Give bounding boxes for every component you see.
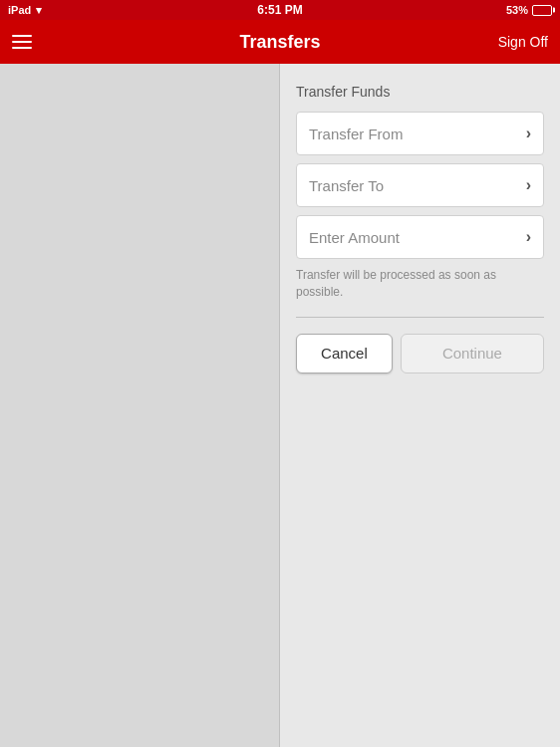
transfer-from-field[interactable]: Transfer From › xyxy=(296,112,544,155)
right-panel: Transfer Funds Transfer From › Transfer … xyxy=(279,64,560,747)
info-text: Transfer will be processed as soon as po… xyxy=(296,267,544,301)
hamburger-line-1 xyxy=(12,35,32,37)
transfer-to-label: Transfer To xyxy=(309,177,384,194)
transfer-to-field[interactable]: Transfer To › xyxy=(296,163,544,207)
main-content: Transfer Funds Transfer From › Transfer … xyxy=(0,64,560,747)
status-left: iPad ▾ xyxy=(8,4,42,17)
cancel-button[interactable]: Cancel xyxy=(296,334,393,374)
status-right: 53% xyxy=(506,4,552,16)
left-panel xyxy=(0,64,279,747)
divider xyxy=(296,317,544,318)
wifi-icon: ▾ xyxy=(36,4,42,17)
battery-icon xyxy=(532,5,552,16)
hamburger-line-2 xyxy=(12,41,32,43)
transfer-to-chevron-icon: › xyxy=(526,176,531,194)
nav-bar: Transfers Sign Off xyxy=(0,20,560,64)
status-bar: iPad ▾ 6:51 PM 53% xyxy=(0,0,560,20)
device-label: iPad xyxy=(8,4,31,16)
sign-off-button[interactable]: Sign Off xyxy=(498,34,548,50)
hamburger-line-3 xyxy=(12,47,32,49)
transfer-from-chevron-icon: › xyxy=(526,124,531,142)
status-time: 6:51 PM xyxy=(257,3,302,17)
battery-percent: 53% xyxy=(506,4,528,16)
nav-title: Transfers xyxy=(239,32,320,53)
enter-amount-label: Enter Amount xyxy=(309,229,400,246)
transfer-from-label: Transfer From xyxy=(309,125,403,142)
buttons-row: Cancel Continue xyxy=(296,334,544,374)
hamburger-menu-icon[interactable] xyxy=(12,35,32,49)
section-title: Transfer Funds xyxy=(296,84,544,100)
enter-amount-field[interactable]: Enter Amount › xyxy=(296,215,544,259)
continue-button[interactable]: Continue xyxy=(401,334,544,374)
enter-amount-chevron-icon: › xyxy=(526,228,531,246)
